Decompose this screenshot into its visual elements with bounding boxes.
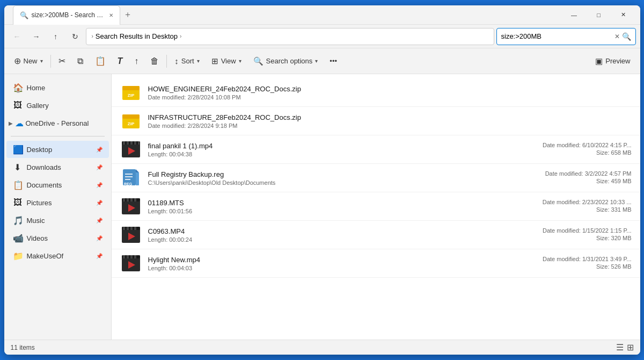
svg-rect-10 — [130, 141, 133, 145]
svg-text:ZIP: ZIP — [127, 93, 134, 98]
table-row[interactable]: ZIP INFRASTRUCTURE_28Feb2024_ROC_Docs.zi… — [112, 107, 640, 135]
sidebar-item-makeuseOf[interactable]: 📁 MakeUseOf 📌 — [6, 247, 109, 264]
downloads-pin-icon: 📌 — [96, 164, 103, 170]
tab-search-icon: 🔍 — [20, 11, 28, 19]
onedrive-icon: ☁ — [15, 118, 24, 128]
table-row[interactable]: final pankil 1 (1).mp4 Length: 00:04:38 … — [112, 135, 640, 164]
svg-rect-19 — [125, 179, 130, 180]
preview-btn[interactable]: ▣ Preview — [590, 52, 635, 71]
music-label: Music — [27, 217, 45, 225]
sidebar-item-downloads[interactable]: ⬇ Downloads 📌 — [6, 159, 109, 176]
documents-pin-icon: 📌 — [96, 182, 103, 188]
view-btn[interactable]: ⊞ View ▾ — [206, 52, 247, 71]
svg-rect-16 — [136, 172, 139, 185]
share-btn[interactable]: ↑ — [129, 52, 144, 71]
svg-rect-24 — [127, 198, 129, 201]
file-info: final pankil 1 (1).mp4 Length: 00:04:38 — [148, 142, 543, 157]
music-icon: 🎵 — [13, 215, 23, 226]
svg-rect-31 — [127, 227, 129, 230]
search-input[interactable] — [501, 32, 612, 40]
new-btn[interactable]: ⊕ New ▾ — [9, 52, 48, 71]
videos-icon: 📹 — [13, 233, 23, 243]
sidebar-item-music[interactable]: 🎵 Music 📌 — [6, 212, 109, 229]
close-btn[interactable]: ✕ — [611, 5, 636, 25]
table-row[interactable]: C0963.MP4 Length: 00:00:24 Date modified… — [112, 221, 640, 249]
file-meta: Length: 00:04:03 — [148, 265, 543, 271]
sidebar-item-onedrive[interactable]: ▶ ☁ OneDrive - Personal — [4, 114, 111, 132]
svg-rect-18 — [125, 176, 133, 177]
table-row[interactable]: 01189.MTS Length: 00:01:56 Date modified… — [112, 192, 640, 221]
minimize-btn[interactable]: — — [562, 5, 587, 25]
cut-btn[interactable]: ✂ — [53, 52, 71, 71]
new-tab-btn[interactable]: ＋ — [120, 8, 135, 23]
sidebar-item-home[interactable]: 🏠 Home — [6, 79, 109, 96]
svg-rect-32 — [130, 227, 133, 230]
sidebar-item-pictures[interactable]: 🖼 Pictures 📌 — [6, 194, 109, 211]
svg-rect-11 — [134, 141, 136, 145]
address-bar: ← → ↑ ↻ › Search Results in Desktop › ✕ … — [4, 25, 640, 48]
pictures-icon: 🖼 — [13, 198, 23, 207]
sidebar-item-videos[interactable]: 📹 Videos 📌 — [6, 229, 109, 247]
video-file-icon — [120, 139, 142, 160]
status-icons: ☰ ⊞ — [616, 342, 634, 352]
main-content: 🏠 Home 🖼 Gallery ▶ ☁ OneDrive - Personal… — [4, 74, 640, 340]
file-details: Date modified: 2/23/2022 10:33 ... Size:… — [543, 199, 632, 214]
mp4-file-icon-2 — [120, 253, 142, 274]
search-clear-icon[interactable]: ✕ — [614, 33, 620, 40]
table-row[interactable]: ZIP HOWE_ENGINEERI_24Feb2024_ROC_Docs.zi… — [112, 78, 640, 107]
breadcrumb[interactable]: › Search Results in Desktop › — [86, 28, 494, 45]
rename-btn[interactable]: T — [112, 52, 128, 71]
documents-label: Documents — [27, 181, 62, 189]
toolbar-sep-2 — [166, 55, 167, 68]
zip-file-icon: ZIP — [120, 110, 142, 132]
table-row[interactable]: Hylight New.mp4 Length: 00:04:03 Date mo… — [112, 249, 640, 278]
sort-dropdown-icon: ▾ — [197, 58, 200, 64]
videos-label: Videos — [27, 234, 48, 242]
back-btn[interactable]: ← — [9, 28, 26, 45]
new-label: New — [24, 57, 38, 65]
home-label: Home — [27, 84, 46, 92]
documents-icon: 📋 — [13, 180, 23, 190]
delete-btn[interactable]: 🗑 — [145, 52, 164, 71]
search-submit-icon[interactable]: 🔍 — [622, 32, 631, 41]
downloads-icon: ⬇ — [13, 162, 23, 172]
active-tab[interactable]: 🔍 size:>200MB - Search Results i ✕ — [13, 5, 120, 25]
toolbar: ⊕ New ▾ ✂ ⧉ 📋 T ↑ 🗑 ↕ Sort ▾ ⊞ — [4, 48, 640, 74]
svg-rect-23 — [123, 198, 125, 201]
preview-icon: ▣ — [595, 56, 603, 66]
preview-label: Preview — [605, 57, 630, 65]
file-meta: Date modified: 2/28/2024 9:18 PM — [148, 123, 632, 129]
desktop-label: Desktop — [27, 146, 53, 154]
sort-icon: ↕ — [174, 56, 179, 66]
search-options-icon: 🔍 — [253, 56, 264, 66]
more-btn[interactable]: ••• — [324, 52, 342, 71]
file-name: final pankil 1 (1).mp4 — [148, 142, 543, 150]
tab-label: size:>200MB - Search Results i — [32, 11, 104, 19]
sort-btn[interactable]: ↕ Sort ▾ — [169, 52, 204, 71]
pictures-pin-icon: 📌 — [96, 200, 103, 206]
table-row[interactable]: REG Full Registry Backup.reg C:\Users\pa… — [112, 164, 640, 192]
sidebar-item-documents[interactable]: 📋 Documents 📌 — [6, 176, 109, 193]
refresh-btn[interactable]: ↻ — [67, 28, 84, 45]
up-btn[interactable]: ↑ — [47, 28, 64, 45]
paste-btn[interactable]: 📋 — [90, 52, 111, 71]
maximize-btn[interactable]: □ — [587, 5, 611, 25]
breadcrumb-end-chevron: › — [180, 33, 181, 39]
forward-btn[interactable]: → — [28, 28, 45, 45]
file-info: HOWE_ENGINEERI_24Feb2024_ROC_Docs.zip Da… — [148, 85, 632, 100]
search-options-btn[interactable]: 🔍 Search options ▾ — [248, 52, 324, 71]
sidebar-item-gallery[interactable]: 🖼 Gallery — [6, 97, 109, 114]
sidebar-item-desktop[interactable]: 🟦 Desktop 📌 — [6, 141, 109, 158]
file-date: Date modified: 3/2/2022 4:57 PM — [545, 170, 632, 177]
search-box[interactable]: ✕ 🔍 — [496, 28, 636, 45]
breadcrumb-path: Search Results in Desktop — [96, 32, 178, 40]
copy-btn[interactable]: ⧉ — [72, 52, 89, 71]
svg-rect-33 — [134, 227, 136, 230]
tiles-view-icon[interactable]: ⊞ — [627, 342, 634, 352]
mp4-file-icon — [120, 224, 142, 246]
file-list-area: ZIP HOWE_ENGINEERI_24Feb2024_ROC_Docs.zi… — [112, 74, 640, 340]
details-view-icon[interactable]: ☰ — [616, 342, 624, 352]
svg-rect-4 — [122, 114, 140, 119]
tab-close-btn[interactable]: ✕ — [109, 12, 113, 18]
file-info: Hylight New.mp4 Length: 00:04:03 — [148, 256, 543, 271]
